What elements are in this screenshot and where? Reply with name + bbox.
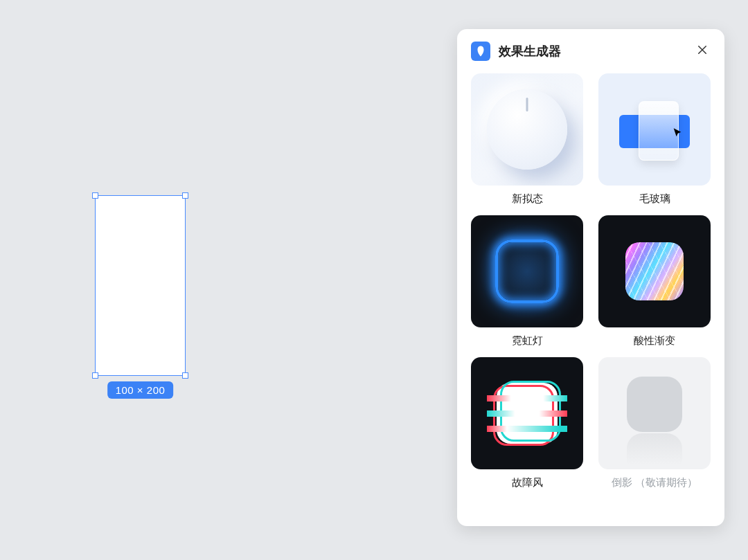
effect-frosted-glass-preview	[598, 73, 711, 186]
resize-handle-top-left[interactable]	[92, 192, 98, 199]
app-icon	[471, 42, 490, 61]
effect-label: 霓虹灯	[512, 334, 543, 347]
effect-label: 新拟态	[512, 192, 543, 206]
effect-neon-preview	[471, 215, 583, 327]
selection-size-badge: 100 × 200	[107, 381, 174, 399]
effects-panel: 效果生成器 新拟态 毛玻璃	[457, 29, 724, 526]
resize-handle-bottom-right[interactable]	[182, 372, 188, 379]
effect-neumorphism-preview	[471, 73, 583, 186]
close-button[interactable]	[694, 43, 711, 60]
effect-reflection-preview	[598, 357, 711, 469]
effect-glitch-preview	[471, 357, 583, 469]
effect-label: 毛玻璃	[639, 192, 670, 206]
effect-label: 酸性渐变	[634, 334, 675, 347]
close-icon	[696, 44, 709, 59]
resize-handle-top-right[interactable]	[182, 192, 188, 199]
selected-rectangle[interactable]: 100 × 200	[95, 195, 186, 376]
effect-acid-gradient-preview	[598, 215, 711, 327]
panel-header: 效果生成器	[471, 42, 711, 61]
effect-label: 倒影 （敬请期待）	[612, 476, 697, 489]
effects-grid: 新拟态 毛玻璃 霓虹灯 酸性渐变	[471, 73, 711, 489]
effect-neumorphism[interactable]: 新拟态	[471, 73, 583, 206]
effect-acid-gradient[interactable]: 酸性渐变	[598, 215, 711, 347]
panel-title: 效果生成器	[499, 43, 686, 60]
effect-frosted-glass[interactable]: 毛玻璃	[598, 73, 711, 206]
effect-label: 故障风	[512, 476, 543, 489]
cursor-icon	[672, 127, 683, 141]
resize-handle-bottom-left[interactable]	[92, 372, 98, 379]
effect-glitch[interactable]: 故障风	[471, 357, 583, 489]
effect-reflection: 倒影 （敬请期待）	[598, 357, 711, 489]
effect-neon[interactable]: 霓虹灯	[471, 215, 583, 347]
